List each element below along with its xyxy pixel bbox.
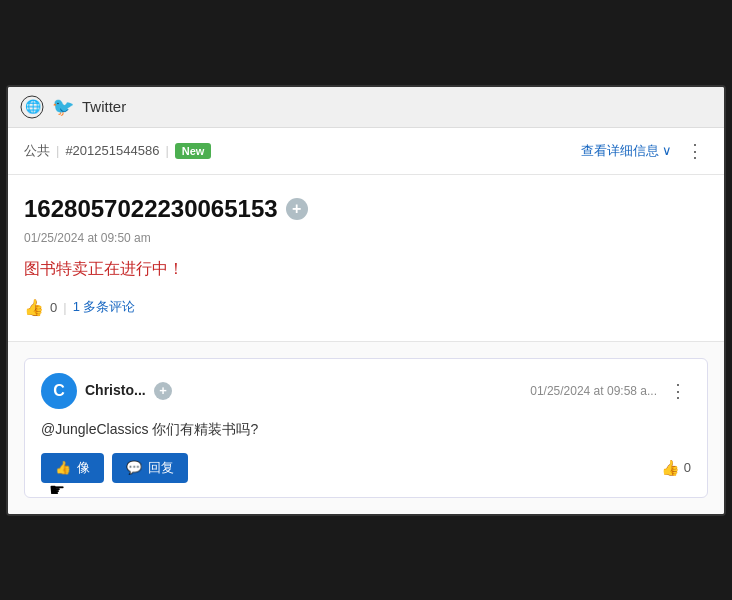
action-buttons: 👍 像 ☛ 💬 回复 — [41, 453, 188, 483]
like-button-wrapper: 👍 像 ☛ — [41, 453, 104, 483]
comment-card: C Christo... + 01/25/2024 at 09:58 a... … — [24, 358, 708, 498]
comment-body: @JungleClassics 你们有精装书吗? — [41, 421, 691, 439]
like-button[interactable]: 👍 像 — [41, 453, 104, 483]
window-title: Twitter — [82, 98, 126, 115]
post-id-text: 1628057022230065153 — [24, 195, 278, 223]
subheader-right: 查看详细信息 ∨ ⋮ — [581, 138, 708, 164]
post-id-label: #201251544586 — [65, 143, 159, 158]
post-date: 01/25/2024 at 09:50 am — [24, 231, 708, 245]
reactions-row: 👍 0 | 1 多条评论 — [24, 298, 708, 331]
comment-reaction-count: 0 — [684, 460, 691, 475]
like-thumb-icon: 👍 — [55, 460, 71, 475]
comments-link[interactable]: 1 多条评论 — [73, 298, 136, 316]
comment-section: C Christo... + 01/25/2024 at 09:58 a... … — [8, 342, 724, 514]
avatar: C — [41, 373, 77, 409]
post-content: 图书特卖正在进行中！ — [24, 259, 708, 280]
comment-thumbs-icon: 👍 — [661, 459, 680, 477]
main-window: 🌐 🐦 Twitter 公共 | #201251544586 | New 查看详… — [6, 85, 726, 516]
subheader-left: 公共 | #201251544586 | New — [24, 142, 211, 160]
reaction-count: 0 — [50, 300, 57, 315]
author-add-button[interactable]: + — [154, 382, 172, 400]
comment-date: 01/25/2024 at 09:58 a... — [530, 384, 657, 398]
svg-text:🌐: 🌐 — [25, 98, 42, 115]
reply-label: 回复 — [148, 459, 174, 477]
view-details-text: 查看详细信息 — [581, 142, 659, 160]
post-id-heading: 1628057022230065153 + — [24, 195, 708, 223]
author-info: Christo... + — [85, 381, 172, 400]
thumbs-up-icon: 👍 — [24, 298, 44, 317]
reply-button[interactable]: 💬 回复 — [112, 453, 188, 483]
reply-chat-icon: 💬 — [126, 460, 142, 475]
comment-author-left: C Christo... + — [41, 373, 172, 409]
comment-options-icon[interactable]: ⋮ — [665, 378, 691, 404]
view-details-link[interactable]: 查看详细信息 ∨ — [581, 142, 672, 160]
more-options-icon[interactable]: ⋮ — [682, 138, 708, 164]
subheader: 公共 | #201251544586 | New 查看详细信息 ∨ ⋮ — [8, 128, 724, 175]
visibility-label: 公共 — [24, 142, 50, 160]
status-badge: New — [175, 143, 212, 159]
like-label: 像 — [77, 459, 90, 477]
comment-actions: 👍 像 ☛ 💬 回复 👍 0 — [41, 453, 691, 483]
chevron-down-icon: ∨ — [662, 143, 672, 158]
comment-header: C Christo... + 01/25/2024 at 09:58 a... … — [41, 373, 691, 409]
author-name: Christo... — [85, 382, 146, 398]
main-content: 1628057022230065153 + 01/25/2024 at 09:5… — [8, 175, 724, 342]
twitter-bird-icon: 🐦 — [52, 96, 74, 118]
comment-reactions: 👍 0 — [661, 459, 691, 477]
title-bar: 🌐 🐦 Twitter — [8, 87, 724, 128]
add-tag-button[interactable]: + — [286, 198, 308, 220]
app-icon: 🌐 — [20, 95, 44, 119]
